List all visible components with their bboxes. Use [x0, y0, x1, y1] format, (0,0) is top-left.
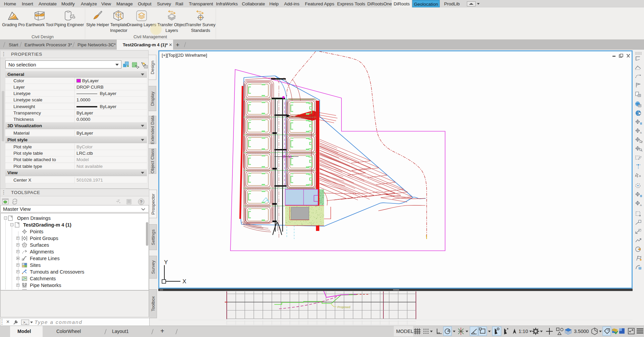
svg-text:Proposed: Proposed — [337, 305, 351, 309]
svg-text:1:10: 1:10 — [519, 329, 528, 334]
svg-text:Y: Y — [164, 259, 168, 266]
svg-text:MODEL: MODEL — [396, 329, 414, 334]
svg-text:A: A — [640, 204, 642, 207]
svg-text:A: A — [640, 131, 642, 134]
svg-text:3.5000: 3.5000 — [574, 329, 589, 334]
svg-text:X: X — [182, 278, 186, 285]
svg-text:?: ? — [140, 199, 142, 204]
